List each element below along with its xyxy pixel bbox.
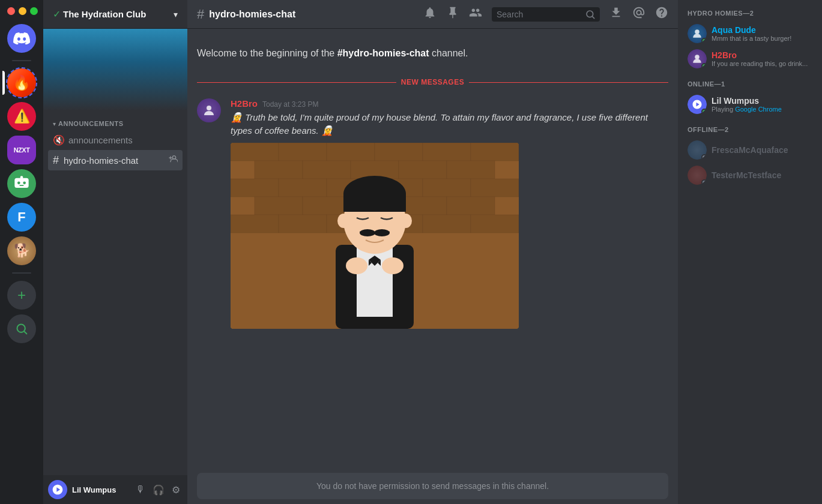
channel-sidebar: ✓ The Hydration Club ▾ ▾ ANNOUNCEMENTS 🔇…	[43, 0, 187, 504]
member-fresca[interactable]: FrescaMcAquaface	[683, 138, 817, 162]
server-icon-discord[interactable]	[7, 24, 36, 53]
svg-rect-14	[279, 143, 327, 161]
server-icon-f[interactable]: F	[7, 203, 36, 232]
member-status-h2bro: If you are reading this, go drink...	[712, 60, 812, 67]
close-button[interactable]	[7, 7, 15, 15]
status-dot-tester	[701, 179, 707, 185]
search-box[interactable]: Search	[492, 7, 600, 22]
message-avatar-h2bro	[197, 98, 221, 122]
no-permission-text: You do not have permission to send messa…	[316, 481, 549, 491]
svg-rect-23	[447, 161, 495, 179]
svg-rect-0	[14, 178, 28, 188]
inbox-icon[interactable]	[632, 6, 645, 22]
message-text: 🧝 Truth be told, I'm quite proud of my h…	[231, 111, 668, 138]
svg-rect-49	[343, 194, 406, 212]
server-icon-doge[interactable]: 🐕	[7, 236, 36, 265]
svg-point-57	[695, 55, 700, 59]
member-avatar-fresca	[688, 140, 707, 160]
svg-rect-30	[255, 197, 303, 215]
message-h2bro: H2Bro Today at 3:23 PM 🧝 Truth be told, …	[197, 96, 668, 331]
svg-point-54	[346, 257, 367, 274]
channel-announcements[interactable]: 🔇 announcements	[48, 130, 183, 150]
svg-rect-24	[231, 179, 279, 197]
user-avatar	[48, 480, 67, 499]
svg-rect-39	[423, 215, 471, 233]
message-author[interactable]: H2Bro	[231, 98, 258, 109]
members-section-hydro-homies: HYDRO HOMIES—2 Aqua Dude Mmm that is a t…	[683, 10, 817, 71]
member-avatar-wumpus	[688, 95, 707, 114]
member-info-fresca: FrescaMcAquaface	[712, 145, 812, 155]
svg-point-52	[360, 229, 375, 236]
svg-rect-17	[423, 143, 471, 161]
member-tester[interactable]: TesterMcTestface	[683, 163, 817, 187]
channel-header-hash-icon: #	[197, 7, 204, 22]
channels-list: ▾ ANNOUNCEMENTS 🔇 announcements # hydro-…	[43, 110, 187, 475]
server-icon-goose[interactable]: ⚠️	[7, 102, 36, 131]
message-body-h2bro: H2Bro Today at 3:23 PM 🧝 Truth be told, …	[231, 98, 668, 329]
message-image	[231, 143, 519, 329]
add-member-icon[interactable]	[168, 154, 178, 166]
member-name-h2bro: H2Bro	[712, 50, 812, 60]
explore-servers-button[interactable]	[7, 314, 36, 343]
svg-rect-28	[423, 179, 471, 197]
minimize-button[interactable]	[19, 7, 26, 15]
pin-icon[interactable]	[446, 6, 459, 22]
server-checkmark: ✓	[53, 8, 61, 20]
member-name-tester: TesterMcTestface	[712, 170, 812, 180]
user-controls: 🎙 🎧 ⚙	[133, 483, 183, 497]
mute-button[interactable]: 🎙	[133, 483, 148, 497]
server-name: The Hydration Club	[63, 9, 174, 19]
svg-line-10	[592, 16, 594, 18]
server-icon-chat[interactable]	[7, 169, 36, 198]
members-section-online: ONLINE—1 Lil Wumpus Playing Google Chrom…	[683, 80, 817, 116]
svg-rect-18	[471, 143, 519, 161]
svg-rect-34	[447, 197, 495, 215]
welcome-message: Welcome to the beginning of the #hydro-h…	[197, 48, 668, 59]
server-icon-nzxt[interactable]: NZXT	[7, 136, 36, 164]
svg-rect-25	[279, 179, 327, 197]
svg-rect-40	[471, 215, 519, 233]
user-name: Lil Wumpus	[72, 485, 128, 494]
message-timestamp: Today at 3:23 PM	[262, 100, 318, 109]
channel-hydro-homies-chat[interactable]: # hydro-homies-chat	[48, 150, 183, 170]
member-name-wumpus: Lil Wumpus	[712, 96, 812, 106]
members-sidebar: HYDRO HOMIES—2 Aqua Dude Mmm that is a t…	[678, 0, 822, 504]
maximize-button[interactable]	[30, 7, 38, 15]
search-placeholder: Search	[497, 10, 523, 19]
svg-rect-35	[231, 215, 279, 233]
server-sidebar: 🔥 ⚠️ NZXT F 🐕 +	[0, 0, 43, 504]
member-avatar-h2bro	[688, 49, 707, 68]
new-messages-line-left	[197, 82, 396, 83]
hash-icon: #	[53, 154, 59, 167]
member-avatar-aqua-dude	[688, 24, 707, 43]
main-content: # hydro-homies-chat	[187, 0, 678, 504]
member-h2bro[interactable]: H2Bro If you are reading this, go drink.…	[683, 47, 817, 71]
channel-name-announcements: announcements	[68, 135, 133, 145]
server-icon-fire[interactable]: 🔥	[7, 68, 36, 97]
download-icon[interactable]	[609, 6, 623, 22]
svg-rect-16	[375, 143, 423, 161]
server-divider-2	[12, 272, 31, 274]
member-info-h2bro: H2Bro If you are reading this, go drink.…	[712, 50, 812, 67]
status-dot-fresca	[701, 154, 707, 160]
server-banner-water	[43, 29, 187, 110]
server-header[interactable]: ✓ The Hydration Club ▾	[43, 0, 187, 29]
category-chevron: ▾	[53, 121, 56, 127]
user-bar: Lil Wumpus 🎙 🎧 ⚙	[43, 475, 187, 504]
member-info-tester: TesterMcTestface	[712, 170, 812, 180]
channel-welcome: Welcome to the beginning of the #hydro-h…	[197, 38, 668, 68]
channel-name-hydro: hydro-homies-chat	[64, 155, 138, 166]
members-icon[interactable]	[469, 6, 482, 22]
member-aqua-dude[interactable]: Aqua Dude Mmm that is a tasty burger!	[683, 22, 817, 46]
settings-button[interactable]: ⚙	[169, 483, 183, 497]
add-server-button[interactable]: +	[7, 281, 36, 310]
section-title-offline: OFFLINE—2	[683, 126, 817, 133]
channel-header-name: hydro-homies-chat	[209, 9, 295, 20]
notifications-icon[interactable]	[423, 6, 437, 22]
category-announcements[interactable]: ▾ ANNOUNCEMENTS	[43, 110, 187, 130]
member-name-aqua: Aqua Dude	[712, 25, 812, 35]
deafen-button[interactable]: 🎧	[150, 483, 167, 497]
help-icon[interactable]	[655, 6, 668, 22]
member-lil-wumpus[interactable]: Lil Wumpus Playing Google Chrome	[683, 92, 817, 116]
channel-header: # hydro-homies-chat	[187, 0, 678, 29]
